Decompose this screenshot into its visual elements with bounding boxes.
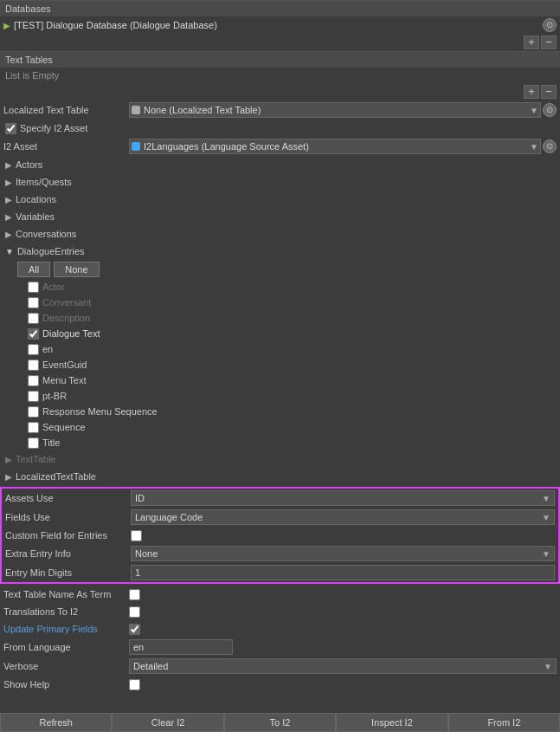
- inspect-i2-button[interactable]: Inspect I2: [336, 713, 447, 732]
- description-checkbox[interactable]: [28, 313, 39, 324]
- show-help-checkbox[interactable]: [129, 679, 140, 690]
- localized-text-table-category[interactable]: ▶ LocalizedTextTable: [0, 468, 560, 485]
- none-icon: [132, 106, 140, 114]
- text-table-name-as-term-checkbox[interactable]: [129, 589, 140, 600]
- variables-category[interactable]: ▶ Variables: [0, 208, 560, 225]
- extra-entry-info-row: Extra Entry Info None ▼: [2, 544, 558, 563]
- database-item: [TEST] Dialogue Database (Dialogue Datab…: [14, 20, 217, 30]
- description-label: Description: [42, 313, 90, 323]
- dialogue-text-checkbox[interactable]: [28, 328, 39, 340]
- response-menu-seq-checkbox[interactable]: [28, 406, 39, 418]
- fields-use-value: Language Code: [135, 512, 203, 522]
- all-button[interactable]: All: [17, 262, 50, 277]
- from-i2-button[interactable]: From I2: [448, 713, 560, 732]
- assets-use-row: Assets Use ID ▼: [2, 489, 558, 508]
- sequence-checkbox[interactable]: [28, 422, 39, 433]
- specify-i2-checkbox[interactable]: [5, 123, 16, 134]
- text-tables-header: Text Tables: [0, 51, 560, 68]
- item-response-menu-sequence: Response Menu Sequence: [0, 404, 560, 419]
- verbose-value: Detailed: [133, 661, 168, 671]
- db-add-btn[interactable]: +: [524, 36, 539, 49]
- fields-use-label: Fields Use: [5, 512, 131, 522]
- show-help-row: Show Help: [0, 676, 560, 693]
- clear-i2-button[interactable]: Clear I2: [112, 713, 223, 732]
- dialogue-text-label: Dialogue Text: [42, 328, 100, 339]
- eventguid-label: EventGuid: [42, 360, 87, 370]
- conversations-category[interactable]: ▶ Conversations: [0, 225, 560, 243]
- assets-use-dropdown[interactable]: ID ▼: [131, 490, 555, 506]
- i2-asset-dropdown[interactable]: I2Languages (Language Source Asset) ▼: [129, 139, 541, 154]
- fields-use-dropdown[interactable]: Language Code ▼: [131, 509, 555, 525]
- actor-checkbox[interactable]: [28, 282, 39, 293]
- extra-entry-info-dropdown[interactable]: None ▼: [131, 546, 555, 561]
- items-quests-arrow-icon: ▶: [5, 178, 12, 187]
- localized-tt-label: LocalizedTextTable: [16, 471, 96, 482]
- all-none-row: All None: [0, 260, 560, 279]
- localized-chevron-icon: ▼: [530, 106, 538, 115]
- db-remove-btn[interactable]: −: [541, 36, 557, 49]
- custom-field-checkbox[interactable]: [131, 530, 142, 541]
- entry-min-digits-input[interactable]: [131, 565, 555, 580]
- tt-add-btn[interactable]: +: [524, 85, 539, 99]
- text-table-arrow-icon: ▶: [5, 455, 12, 464]
- en-label: en: [42, 344, 53, 354]
- text-tables-empty: List is Empty: [0, 68, 560, 83]
- main-container: Databases ▶ [TEST] Dialogue Database (Di…: [0, 0, 560, 732]
- custom-field-row: Custom Field for Entries: [2, 527, 558, 544]
- text-table-name-as-term-row: Text Table Name As Term: [0, 586, 560, 603]
- i2-asset-value: I2Languages (Language Source Asset): [144, 141, 530, 152]
- update-primary-fields-checkbox[interactable]: [129, 624, 140, 635]
- item-eventguid: EventGuid: [0, 357, 560, 372]
- from-language-input[interactable]: en: [129, 639, 233, 655]
- variables-label: Variables: [16, 211, 55, 222]
- items-quests-label: Items/Quests: [16, 177, 72, 187]
- update-primary-fields-row: Update Primary Fields: [0, 620, 560, 638]
- entry-min-digits-label: Entry Min Digits: [5, 567, 131, 578]
- specify-i2-label: Specify I2 Asset: [20, 123, 87, 133]
- localized-text-table-row: Localized Text Table None (Localized Tex…: [0, 100, 560, 120]
- actors-label: Actors: [16, 159, 42, 170]
- en-checkbox[interactable]: [28, 344, 39, 355]
- verbose-dropdown[interactable]: Detailed ▼: [129, 658, 557, 674]
- db-plus-minus-bar: + −: [0, 34, 560, 51]
- dialogue-entries-arrow-icon: ▼: [5, 247, 14, 256]
- title-checkbox[interactable]: [28, 437, 39, 449]
- text-table-category[interactable]: ▶ TextTable: [0, 450, 560, 468]
- localized-tt-settings-btn[interactable]: ⊙: [543, 103, 557, 117]
- extra-entry-info-value: None: [135, 548, 158, 559]
- actors-category[interactable]: ▶ Actors: [0, 156, 560, 173]
- menu-text-checkbox[interactable]: [28, 375, 39, 386]
- item-conversant: Conversant: [0, 295, 560, 310]
- eventguid-checkbox[interactable]: [28, 360, 39, 371]
- item-pt-br: pt-BR: [0, 388, 560, 404]
- dialogue-entries-label: DialogueEntries: [17, 246, 85, 256]
- update-primary-fields-label[interactable]: Update Primary Fields: [3, 624, 129, 634]
- actors-arrow-icon: ▶: [5, 160, 12, 170]
- localized-text-table-dropdown[interactable]: None (Localized Text Table) ▼: [129, 102, 541, 118]
- verbose-row: Verbose Detailed ▼: [0, 657, 560, 676]
- from-language-label: From Language: [3, 642, 129, 652]
- i2-asset-label: I2 Asset: [3, 141, 129, 152]
- refresh-button[interactable]: Refresh: [0, 713, 112, 732]
- assets-use-value: ID: [135, 493, 145, 503]
- database-row: ▶ [TEST] Dialogue Database (Dialogue Dat…: [0, 16, 560, 34]
- none-button[interactable]: None: [54, 262, 99, 277]
- highlighted-section: Assets Use ID ▼ Fields Use Language Code…: [0, 487, 560, 584]
- to-i2-button[interactable]: To I2: [224, 713, 336, 732]
- assets-use-label: Assets Use: [5, 493, 131, 503]
- conversations-label: Conversations: [16, 229, 76, 239]
- response-menu-seq-label: Response Menu Sequence: [42, 406, 158, 417]
- items-quests-category[interactable]: ▶ Items/Quests: [0, 173, 560, 191]
- pt-br-checkbox[interactable]: [28, 391, 39, 402]
- fields-use-row: Fields Use Language Code ▼: [2, 508, 558, 527]
- tt-remove-btn[interactable]: −: [541, 85, 557, 99]
- database-settings-btn[interactable]: ⊙: [543, 18, 557, 32]
- locations-category[interactable]: ▶ Locations: [0, 191, 560, 208]
- translations-to-i2-label: Translations To I2: [3, 606, 129, 617]
- i2-settings-btn[interactable]: ⊙: [543, 139, 557, 153]
- conversant-checkbox[interactable]: [28, 297, 39, 308]
- item-menu-text: Menu Text: [0, 372, 560, 388]
- translations-to-i2-checkbox[interactable]: [129, 606, 140, 618]
- dialogue-entries-category[interactable]: ▼ DialogueEntries: [0, 243, 560, 260]
- pt-br-label: pt-BR: [42, 391, 67, 401]
